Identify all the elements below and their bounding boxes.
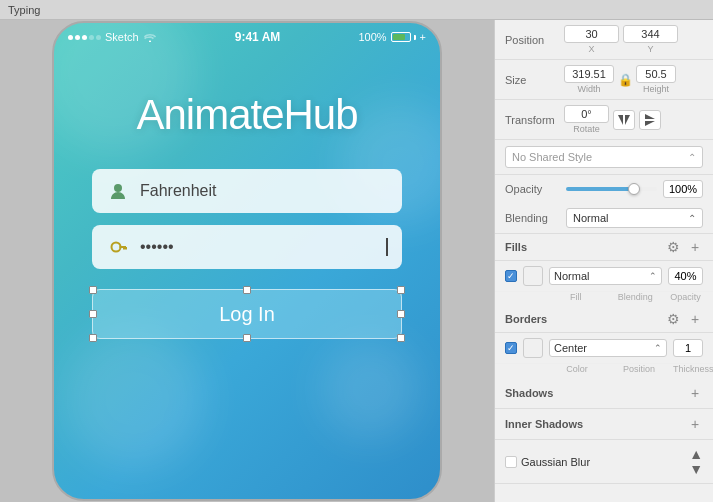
border-checkbox[interactable]: ✓	[505, 342, 517, 354]
y-sublabel: Y	[647, 44, 653, 54]
shadows-add-button[interactable]: +	[687, 385, 703, 401]
gaussian-stepper[interactable]: ▲ ▼	[689, 447, 703, 476]
gaussian-stepper-down[interactable]: ▼	[689, 462, 703, 476]
border-row: ✓ Center ⌃	[495, 333, 713, 364]
blending-select[interactable]: Normal ⌃	[566, 208, 703, 228]
opacity-input[interactable]	[663, 180, 703, 198]
password-text: ••••••	[140, 238, 384, 256]
flip-v-button[interactable]	[639, 110, 661, 130]
opacity-sublabel: Opacity	[668, 292, 703, 302]
borders-actions: ⚙ +	[665, 311, 703, 327]
flip-v-icon	[644, 113, 656, 127]
phone-mockup: Sketch 9:41 AM 100%	[52, 21, 442, 501]
border-sublabels: Color Position Thickness	[495, 364, 713, 378]
borders-header: Borders ⚙ +	[495, 306, 713, 333]
username-field[interactable]: Fahrenheit	[92, 169, 402, 213]
rotate-sublabel: Rotate	[573, 124, 600, 134]
fills-gear-button[interactable]: ⚙	[665, 239, 681, 255]
inner-shadows-add-button[interactable]: +	[687, 416, 703, 432]
size-section: Size Width 🔒 Height	[495, 60, 713, 100]
shadows-row: Shadows +	[495, 378, 713, 409]
height-sublabel: Height	[643, 84, 669, 94]
handle-br	[397, 334, 405, 342]
x-sublabel: X	[588, 44, 594, 54]
key-icon	[106, 235, 130, 259]
fills-actions: ⚙ +	[665, 239, 703, 255]
blending-label: Blending	[505, 212, 560, 224]
gaussian-blur-row: Gaussian Blur ▲ ▼	[495, 440, 713, 484]
transform-section: Transform Rotate	[495, 100, 713, 140]
thickness-sublabel: Thickness	[673, 364, 703, 374]
username-text: Fahrenheit	[140, 182, 388, 200]
color-sublabel: Color	[549, 364, 605, 374]
border-position-chevron: ⌃	[654, 343, 662, 353]
gaussian-blur-title: Gaussian Blur	[521, 456, 590, 468]
border-color-swatch[interactable]	[523, 338, 543, 358]
handle-tl	[89, 286, 97, 294]
fill-row: ✓ Normal ⌃	[495, 261, 713, 292]
opacity-label: Opacity	[505, 183, 560, 195]
border-checkbox-check: ✓	[507, 344, 515, 353]
fills-header: Fills ⚙ +	[495, 234, 713, 261]
fill-opacity-input[interactable]	[668, 267, 703, 285]
rotate-input-group: Rotate	[564, 105, 609, 134]
battery-pct: 100%	[358, 31, 386, 43]
shared-style-select[interactable]: No Shared Style ⌃	[505, 146, 703, 168]
canvas-area: Sketch 9:41 AM 100%	[0, 20, 494, 502]
handle-bm	[243, 334, 251, 342]
border-position-select[interactable]: Center ⌃	[549, 339, 667, 357]
border-position-value: Center	[554, 342, 587, 354]
lock-icon[interactable]: 🔒	[618, 73, 632, 87]
transform-row: Transform Rotate	[495, 100, 713, 139]
flip-h-icon	[617, 114, 631, 126]
fills-add-button[interactable]: +	[687, 239, 703, 255]
app-title: AnimateHub	[136, 91, 357, 139]
opacity-row: Opacity	[495, 175, 713, 203]
status-time: 9:41 AM	[235, 30, 281, 44]
flip-h-button[interactable]	[613, 110, 635, 130]
width-input-group: Width	[564, 65, 614, 94]
border-thickness-input[interactable]	[673, 339, 703, 357]
height-input[interactable]	[636, 65, 676, 83]
size-label: Size	[505, 74, 560, 86]
shadows-title: Shadows	[505, 387, 553, 399]
borders-title: Borders	[505, 313, 547, 325]
shared-style-value: No Shared Style	[512, 151, 592, 163]
blending-row: Blending Normal ⌃	[495, 203, 713, 234]
fill-color-swatch[interactable]	[523, 266, 543, 286]
gaussian-checkbox[interactable]	[505, 456, 517, 468]
fills-title: Fills	[505, 241, 527, 253]
y-input-group: Y	[623, 25, 678, 54]
battery-body	[391, 32, 411, 42]
blending-sublabel: Blending	[609, 292, 663, 302]
top-bar-title: Typing	[8, 4, 40, 16]
svg-point-1	[112, 243, 121, 252]
battery-icon	[391, 32, 416, 42]
battery-fill	[393, 34, 406, 40]
svg-marker-8	[645, 121, 655, 126]
login-button-label: Log In	[219, 303, 275, 326]
handle-mr	[397, 310, 405, 318]
password-field[interactable]: ••••••	[92, 225, 402, 269]
fill-blending-select[interactable]: Normal ⌃	[549, 267, 662, 285]
phone-content: AnimateHub Fahrenheit	[54, 51, 440, 499]
fill-sublabels: Fill Blending Opacity	[495, 292, 713, 306]
opacity-slider[interactable]	[566, 187, 657, 191]
x-input[interactable]	[564, 25, 619, 43]
borders-gear-button[interactable]: ⚙	[665, 311, 681, 327]
width-input[interactable]	[564, 65, 614, 83]
rotate-input[interactable]	[564, 105, 609, 123]
borders-add-button[interactable]: +	[687, 311, 703, 327]
gaussian-stepper-up[interactable]: ▲	[689, 447, 703, 461]
person-svg	[108, 181, 128, 201]
fill-sublabel: Fill	[549, 292, 603, 302]
right-panel: Position X Y Size Width 🔒	[494, 20, 713, 502]
top-bar: Typing	[0, 0, 713, 20]
width-sublabel: Width	[577, 84, 600, 94]
svg-point-0	[114, 184, 122, 192]
handle-tr	[397, 286, 405, 294]
x-input-group: X	[564, 25, 619, 54]
login-button[interactable]: Log In	[92, 289, 402, 339]
fill-checkbox[interactable]: ✓	[505, 270, 517, 282]
y-input[interactable]	[623, 25, 678, 43]
